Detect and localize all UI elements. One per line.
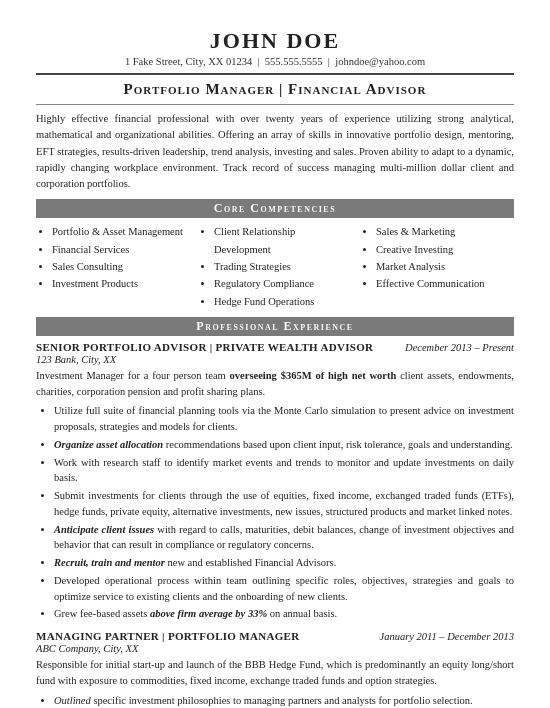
contact-info: 1 Fake Street, City, XX 01234 | 555.555.… <box>36 56 514 67</box>
job-1-title: Senior Portfolio Advisor | Private Wealt… <box>36 341 373 353</box>
competencies-col-1: Portfolio & Asset Management Financial S… <box>36 223 190 310</box>
bullet: Organize asset allocation recommendation… <box>54 437 514 453</box>
bullet: Utilize full suite of financial planning… <box>54 403 514 435</box>
job-1-dates: December 2013 – Present <box>405 342 514 353</box>
job-2-title-line: Managing Partner | Portfolio Manager Jan… <box>36 630 514 642</box>
job-1-company: 123 Bank, City, XX <box>36 354 514 365</box>
job-1: Senior Portfolio Advisor | Private Wealt… <box>36 341 514 622</box>
phone: 555.555.5555 <box>265 56 323 67</box>
competencies-header: Core Competencies <box>36 199 514 218</box>
competencies-grid: Portfolio & Asset Management Financial S… <box>36 223 514 310</box>
job-2: Managing Partner | Portfolio Manager Jan… <box>36 630 514 708</box>
bullet: Developed operational process within tea… <box>54 573 514 605</box>
title-divider <box>36 104 514 105</box>
bullet: Anticipate client issues with regard to … <box>54 522 514 554</box>
professional-summary: Highly effective financial professional … <box>36 111 514 192</box>
job-2-bullets: Outlined specific investment philosophie… <box>36 693 514 708</box>
job-1-title-line: Senior Portfolio Advisor | Private Wealt… <box>36 341 514 353</box>
competencies-col-2: Client Relationship Development Trading … <box>198 223 352 310</box>
address: 1 Fake Street, City, XX 01234 <box>125 56 252 67</box>
header-divider <box>36 73 514 75</box>
comp-item: Client Relationship Development <box>214 223 352 258</box>
email: johndoe@yahoo.com <box>335 56 425 67</box>
comp-item: Creative Investing <box>376 241 514 258</box>
comp-item: Market Analysis <box>376 258 514 275</box>
bullet: Work with research staff to identify mar… <box>54 455 514 487</box>
job-1-bullets: Utilize full suite of financial planning… <box>36 403 514 622</box>
comp-item: Regulatory Compliance <box>214 275 352 292</box>
comp-item: Financial Services <box>52 241 190 258</box>
bullet: Recruit, train and mentor new and establ… <box>54 555 514 571</box>
comp-item: Hedge Fund Operations <box>214 293 352 310</box>
comp-item: Sales Consulting <box>52 258 190 275</box>
job-2-dates: January 2011 – December 2013 <box>379 631 514 642</box>
job-2-summary: Responsible for initial start-up and lau… <box>36 657 514 689</box>
professional-title-block: Portfolio Manager | Financial Advisor <box>36 81 514 98</box>
comp-item: Investment Products <box>52 275 190 292</box>
candidate-name: John Doe <box>36 28 514 54</box>
comp-item: Effective Communication <box>376 275 514 292</box>
bullet: Outlined specific investment philosophie… <box>54 693 514 708</box>
job-1-summary: Investment Manager for a four person tea… <box>36 368 514 400</box>
job-2-title: Managing Partner | Portfolio Manager <box>36 630 299 642</box>
job-2-company: ABC Company, City, XX <box>36 643 514 654</box>
bullet: Submit investments for clients through t… <box>54 488 514 520</box>
comp-item: Trading Strategies <box>214 258 352 275</box>
experience-header: Professional Experience <box>36 317 514 336</box>
comp-item: Sales & Marketing <box>376 223 514 240</box>
professional-title: Portfolio Manager | Financial Advisor <box>124 81 427 97</box>
competencies-col-3: Sales & Marketing Creative Investing Mar… <box>360 223 514 310</box>
header: John Doe 1 Fake Street, City, XX 01234 |… <box>36 28 514 67</box>
comp-item: Portfolio & Asset Management <box>52 223 190 240</box>
resume-container: John Doe 1 Fake Street, City, XX 01234 |… <box>36 28 514 708</box>
bullet: Grew fee-based assets above firm average… <box>54 606 514 622</box>
